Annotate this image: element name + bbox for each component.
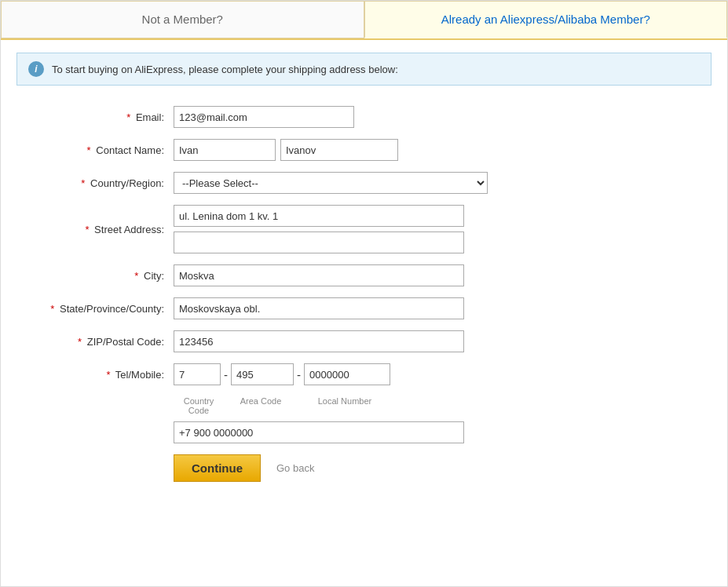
city-input[interactable] [174,264,464,286]
tel-full-row [16,421,712,443]
tab-not-member-label: Not a Member? [142,13,223,26]
tel-local-input[interactable] [304,363,390,385]
goback-button[interactable]: Go back [276,462,314,474]
zip-input[interactable] [174,330,464,352]
state-label: * State/Province/County: [16,303,174,315]
tel-dash-1: - [224,368,228,381]
info-icon: i [28,61,44,77]
country-select[interactable]: --Please Select-- Russia United States C… [174,172,488,194]
tel-cc-label: Country Code [174,396,224,415]
city-row: * City: [16,264,712,286]
tab-member[interactable]: Already an Aliexpress/Alibaba Member? [364,1,728,38]
tel-full-input[interactable] [174,421,464,443]
tel-area-input[interactable] [231,363,294,385]
tab-member-label: Already an Aliexpress/Alibaba Member? [441,13,650,26]
state-row: * State/Province/County: [16,297,712,319]
tel-labels-row: Country Code Area Code Local Number [174,396,712,415]
last-name-input[interactable] [280,139,398,161]
email-required-star: * [126,111,130,123]
tel-local-label: Local Number [298,396,392,415]
city-label: * City: [16,270,174,282]
continue-button[interactable]: Continue [174,454,261,482]
info-message: To start buying on AliExpress, please co… [52,64,398,75]
info-bar: i To start buying on AliExpress, please … [16,53,712,86]
zip-row: * ZIP/Postal Code: [16,330,712,352]
street-row: * Street Address: [16,205,712,253]
contact-name-label: * Contact Name: [16,144,174,156]
street-inputs [174,205,464,253]
shipping-form: * Email: * Contact Name: * Country/Regio… [1,98,727,498]
state-input[interactable] [174,297,464,319]
tel-dash-2: - [297,368,301,381]
tel-area-label: Area Code [224,396,298,415]
contact-name-row: * Contact Name: [16,139,712,161]
tel-inputs: - - [174,363,390,385]
email-input[interactable] [174,106,354,128]
country-row: * Country/Region: --Please Select-- Russ… [16,172,712,194]
tel-label: * Tel/Mobile: [16,369,174,381]
street-input[interactable] [174,205,464,227]
tel-row: * Tel/Mobile: - - [16,363,712,385]
country-label: * Country/Region: [16,177,174,189]
zip-label: * ZIP/Postal Code: [16,336,174,348]
tabs-container: Not a Member? Already an Aliexpress/Alib… [1,1,727,40]
email-label: * Email: [16,111,174,123]
button-row: Continue Go back [174,454,712,482]
name-inputs [174,139,398,161]
tab-not-member[interactable]: Not a Member? [1,1,364,38]
street-label: * Street Address: [16,224,174,235]
street2-input[interactable] [174,232,464,253]
email-row: * Email: [16,106,712,128]
first-name-input[interactable] [174,139,276,161]
tel-country-input[interactable] [174,363,221,385]
